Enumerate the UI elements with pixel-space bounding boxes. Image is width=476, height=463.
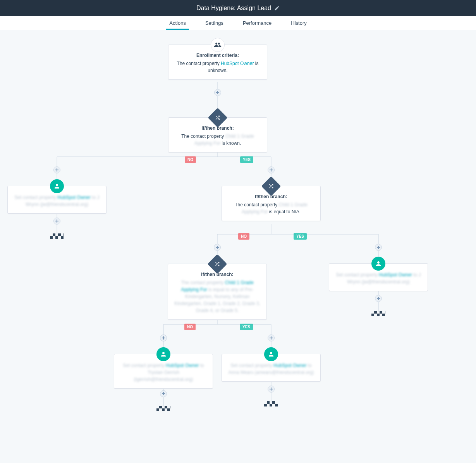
action-no3-node[interactable]: Set contact property HubSpot Owner to Tr…	[114, 354, 213, 389]
contact-owner-icon	[156, 347, 170, 361]
yes-badge: YES	[240, 324, 253, 330]
contacts-icon	[211, 38, 225, 52]
add-action-button[interactable]	[375, 244, 382, 251]
branch3-text: The contact property Child 1 Grade Apply…	[174, 279, 261, 314]
action-yes2-node[interactable]: Set contact property HubSpot Owner to J …	[329, 263, 428, 291]
contact-owner-icon	[371, 257, 385, 271]
no-badge: NO	[185, 156, 196, 163]
enrollment-text: The contact property HubSpot Owner is un…	[174, 60, 261, 74]
branch2-node[interactable]: If/then branch: The contact property Chi…	[222, 186, 321, 221]
branch3-node[interactable]: If/then branch: The contact property Chi…	[168, 264, 267, 320]
end-icon	[264, 401, 278, 406]
edit-icon[interactable]	[274, 5, 280, 11]
end-icon	[156, 406, 170, 411]
add-action-button[interactable]	[160, 334, 167, 341]
enrollment-node[interactable]: Enrollment criteria: The contact propert…	[168, 45, 267, 80]
workflow-title: Data Hygiene: Assign Lead	[196, 5, 271, 12]
action-text: Set contact property HubSpot Owner to An…	[227, 362, 315, 376]
action-yes3-node[interactable]: Set contact property HubSpot Owner to An…	[222, 354, 321, 382]
workflow-canvas[interactable]: Enrollment criteria: The contact propert…	[0, 30, 476, 463]
property-link[interactable]: HubSpot Owner	[221, 61, 254, 66]
enrollment-title: Enrollment criteria:	[174, 53, 261, 58]
no-badge: NO	[238, 233, 249, 240]
branch1-node[interactable]: If/then branch: The contact property Chi…	[168, 117, 267, 153]
contact-owner-icon	[50, 179, 64, 193]
add-action-button[interactable]	[160, 390, 167, 397]
yes-badge: YES	[294, 233, 307, 240]
tab-actions[interactable]: Actions	[169, 16, 186, 30]
action-text: Set contact property HubSpot Owner to J …	[335, 271, 422, 285]
tab-performance[interactable]: Performance	[243, 16, 272, 30]
action-text: Set contact property HubSpot Owner to Tr…	[120, 362, 207, 383]
branch1-text: The contact property Child 1 Grade Apply…	[174, 133, 261, 147]
add-action-button[interactable]	[268, 386, 275, 393]
no-badge: NO	[184, 324, 196, 330]
end-icon	[50, 233, 64, 239]
tab-bar: Actions Settings Performance History	[0, 16, 476, 30]
add-action-button[interactable]	[268, 166, 275, 173]
contact-owner-icon	[264, 347, 278, 361]
tab-history[interactable]: History	[291, 16, 306, 30]
add-action-button[interactable]	[53, 166, 60, 173]
branch2-text: The contact property Child 1 Grade Apply…	[227, 201, 315, 215]
add-action-button[interactable]	[214, 244, 221, 251]
add-action-button[interactable]	[268, 334, 275, 341]
end-icon	[371, 311, 385, 316]
add-action-button[interactable]	[53, 218, 60, 225]
page-header: Data Hygiene: Assign Lead	[0, 0, 476, 16]
action-no1-node[interactable]: Set contact property HubSpot Owner to J …	[7, 186, 107, 214]
tab-settings[interactable]: Settings	[205, 16, 223, 30]
add-action-button[interactable]	[214, 89, 221, 96]
add-action-button[interactable]	[375, 295, 382, 302]
action-text: Set contact property HubSpot Owner to J …	[13, 194, 101, 208]
yes-badge: YES	[240, 156, 253, 163]
